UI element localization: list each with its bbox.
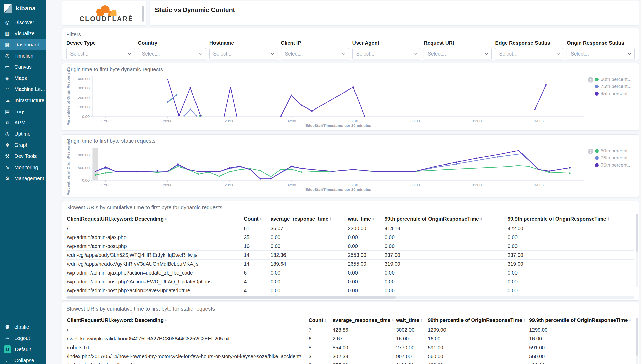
sort-icon[interactable]: ▴▾ bbox=[325, 318, 326, 322]
column-header[interactable]: 99.9th percentile of OriginResponseTime▴… bbox=[529, 315, 634, 325]
filter-label: Origin Response Status bbox=[567, 40, 635, 46]
table-row[interactable]: /.well-known/pki-validation/054075F6A27B… bbox=[66, 334, 634, 343]
table-row[interactable]: /wp-admin/admin-post.php?action=save&upd… bbox=[66, 286, 634, 295]
legend-item[interactable]: 95th percent... bbox=[595, 91, 634, 96]
sidebar-item-maps[interactable]: ◈Maps bbox=[0, 72, 46, 84]
sidebar-item-graph[interactable]: ❖Graph bbox=[0, 139, 46, 151]
filters-title: Filters bbox=[62, 28, 639, 38]
sort-icon[interactable]: ▴▾ bbox=[165, 318, 167, 322]
legend-toggle-chevron-icon[interactable]: ❯ bbox=[588, 149, 593, 154]
sidebar-item-visualize[interactable]: ▥Visualize bbox=[0, 28, 46, 39]
table-horizontal-scrollbar[interactable] bbox=[66, 296, 634, 299]
line-chart-dynamic[interactable]: 400.00300.00200.00100.000.0017:0020:0023… bbox=[70, 74, 587, 127]
sort-icon[interactable]: ▴▾ bbox=[392, 318, 394, 322]
legend-toggle-chevron-icon[interactable]: ❯ bbox=[588, 77, 593, 83]
sidebar-item-logout[interactable]: ⇥Logout bbox=[0, 333, 46, 344]
table-cell: 0.00 bbox=[347, 277, 384, 286]
table-cell: /cdn-cgi/apps/head/xVgyKhR-vV3dAUGhMqfBc… bbox=[66, 260, 243, 268]
sidebar-item-dev-tools[interactable]: ⚒Dev Tools bbox=[0, 151, 46, 162]
table-row[interactable]: /cdn-cgi/apps/body/3Lh52SjWTQ4HRlErJykHq… bbox=[66, 251, 634, 260]
sidebar-item-dashboard[interactable]: ▦Dashboard bbox=[0, 39, 46, 50]
table-cell: 16.00 bbox=[396, 334, 427, 343]
filter-select[interactable]: Select... bbox=[495, 48, 563, 59]
sidebar-item-default[interactable]: DDefault bbox=[0, 344, 46, 355]
logo-panel-scrollbar[interactable] bbox=[142, 6, 144, 22]
table-row[interactable]: /cdn-cgi/apps/head/xVgyKhR-vV3dAUGhMqfBc… bbox=[66, 260, 634, 268]
legend-series-dot-icon bbox=[595, 85, 599, 88]
table-cell: 319.00 bbox=[507, 260, 634, 268]
table-cell: 16.00 bbox=[529, 334, 634, 343]
legend-item[interactable]: 50th percent... bbox=[595, 148, 634, 154]
legend-item[interactable]: 75th percent... bbox=[595, 84, 634, 89]
sidebar-item-canvas[interactable]: ▭Canvas bbox=[0, 61, 46, 72]
column-header[interactable]: 99th percentile of OriginResponseTime▴▾ bbox=[427, 315, 529, 325]
svg-text:20:00: 20:00 bbox=[163, 183, 172, 187]
kibana-logo[interactable]: kibana bbox=[0, 0, 46, 17]
legend-item[interactable]: 50th percent... bbox=[595, 77, 634, 82]
table-row[interactable]: /wp-admin/admin-post.php160.000.000.000.… bbox=[66, 242, 634, 251]
sidebar-item-discover[interactable]: ◎Discover bbox=[0, 17, 46, 28]
sidebar-item-label: Infrastructure bbox=[14, 98, 44, 103]
column-header[interactable]: average_response_time▴▾ bbox=[270, 214, 347, 224]
table-cell: 1131.00 bbox=[396, 361, 427, 364]
column-header[interactable]: ClientRequestURI.keyword: Descending▴▾ bbox=[66, 315, 308, 325]
filter-select[interactable]: Select... bbox=[567, 48, 635, 59]
table-cell: 0.00 bbox=[270, 286, 347, 295]
table-row[interactable]: /wp-admin/admin-ajax.php?action=update_z… bbox=[66, 268, 634, 277]
column-header[interactable]: wait_time▴▾ bbox=[396, 315, 427, 325]
sidebar-item-logs[interactable]: ▤Logs bbox=[0, 106, 46, 117]
table-row[interactable]: /7428.863002.001299.001299.00 bbox=[66, 325, 634, 334]
column-header[interactable]: Count▴▾ bbox=[308, 315, 332, 325]
legend-item[interactable]: 75th percent... bbox=[595, 155, 634, 161]
sort-icon[interactable]: ▴▾ bbox=[372, 217, 374, 221]
sidebar-item-machine-le-[interactable]: ∷Machine Le... bbox=[0, 84, 46, 95]
sidebar-item-infrastructure[interactable]: ☁Infrastructure bbox=[0, 95, 46, 106]
filter-select[interactable]: Select... bbox=[424, 48, 492, 59]
column-header[interactable]: wait_time▴▾ bbox=[347, 214, 384, 224]
sidebar-item-collapse[interactable]: ←Collapse bbox=[0, 355, 46, 364]
sort-icon[interactable]: ▴▾ bbox=[608, 217, 609, 221]
sort-icon[interactable]: ▴▾ bbox=[165, 217, 167, 221]
table-cell: 319.00 bbox=[384, 260, 507, 268]
sort-icon[interactable]: ▴▾ bbox=[524, 318, 525, 322]
table-row[interactable]: /wp-admin/admin-post.php?Action=EWD_UFAQ… bbox=[66, 277, 634, 286]
sort-icon[interactable]: ▴▾ bbox=[480, 217, 482, 221]
timelion-icon: ◴ bbox=[4, 53, 11, 59]
sidebar-item-uptime[interactable]: ◷Uptime bbox=[0, 128, 46, 139]
table-row[interactable]: /index.php/2017/05/14/how-i-owned-my-mot… bbox=[66, 352, 634, 361]
table-row[interactable]: /6136.072200.00414.19422.00 bbox=[66, 224, 634, 233]
table-row[interactable]: /index.php/author/camiliame/3377.001131.… bbox=[66, 361, 634, 364]
sidebar-item-elastic[interactable]: ⚉elastic bbox=[0, 321, 46, 333]
table-cell: 3 bbox=[308, 361, 332, 364]
filter-select[interactable]: Select... bbox=[66, 48, 134, 59]
chart-title: Origin time to first byte dynamic reques… bbox=[62, 63, 639, 72]
table-vertical-scrollbar[interactable] bbox=[636, 214, 638, 287]
sidebar-item-monitoring[interactable]: ∿Monitoring bbox=[0, 162, 46, 173]
filter-select[interactable]: Select... bbox=[352, 48, 420, 59]
sort-icon[interactable]: ▴▾ bbox=[421, 318, 422, 322]
column-header[interactable]: average_response_time▴▾ bbox=[332, 315, 396, 325]
legend-item[interactable]: 95th percent... bbox=[595, 162, 634, 168]
table-row[interactable]: /robots.txt5554.002770.00591.00591.00 bbox=[66, 343, 634, 352]
table-cell: /wp-admin/admin-ajax.php?action=update_z… bbox=[66, 268, 243, 277]
sort-icon[interactable]: ▴▾ bbox=[330, 217, 331, 221]
sidebar-item-management[interactable]: ⚙Management bbox=[0, 173, 46, 184]
table-row[interactable]: /wp-admin/admin-ajax.php350.000.000.000.… bbox=[66, 233, 634, 242]
sidebar-item-label: Machine Le... bbox=[14, 86, 45, 92]
sidebar-item-label: elastic bbox=[14, 324, 29, 330]
filter-select[interactable]: Select... bbox=[281, 48, 349, 59]
column-header[interactable]: 99.9th percentile of OriginResponseTime▴… bbox=[507, 214, 634, 224]
filter-select[interactable]: Select... bbox=[138, 48, 206, 59]
sidebar-item-timelion[interactable]: ◴Timelion bbox=[0, 50, 46, 61]
column-header[interactable]: Count▴▾ bbox=[243, 214, 270, 224]
sidebar-item-apm[interactable]: ⧉APM bbox=[0, 117, 46, 128]
column-header[interactable]: 99th percentile of OriginResponseTime▴▾ bbox=[384, 214, 507, 224]
table-vertical-scrollbar[interactable] bbox=[636, 318, 638, 364]
sort-icon[interactable]: ▴▾ bbox=[260, 217, 262, 221]
line-chart-static[interactable]: 1000.00500.000.0017:0020:0023:0002:0005:… bbox=[70, 145, 587, 191]
sort-icon[interactable]: ▴▾ bbox=[629, 318, 631, 322]
cloudflare-logo-panel: CLOUDFLARE ® bbox=[62, 1, 146, 25]
table-cell: 423.00 bbox=[529, 361, 634, 364]
filter-select[interactable]: Select... bbox=[209, 48, 277, 59]
column-header[interactable]: ClientRequestURI.keyword: Descending▴▾ bbox=[66, 214, 243, 224]
